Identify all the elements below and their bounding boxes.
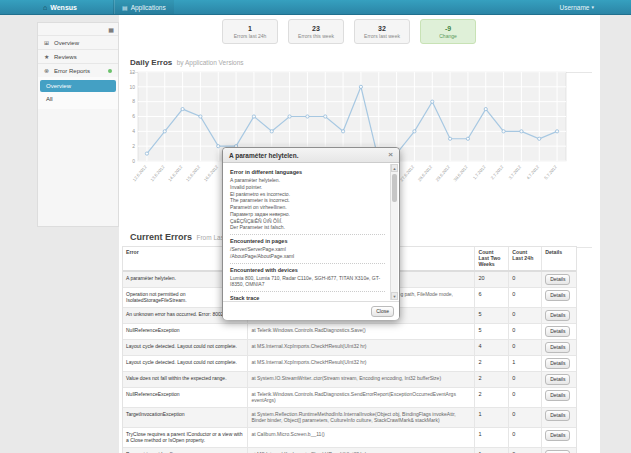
user-menu[interactable]: Username ▾	[554, 0, 601, 14]
close-button[interactable]: Close	[371, 306, 394, 317]
stack-frame-cell: at Telerik.Windows.Controls.RadDiagnosti…	[247, 388, 474, 407]
close-icon[interactable]: ×	[388, 151, 393, 159]
svg-text:0: 0	[132, 158, 135, 164]
brand[interactable]: ⌂ Wensus	[37, 0, 83, 14]
modal-text-line: Параметр задан неверно.	[230, 211, 385, 218]
sidebar: ▦ ⊞ Overview ★ Reviews ⊗ Error Reports O…	[37, 22, 119, 227]
username-label: Username	[560, 4, 590, 11]
sidebar-item-label: Reviews	[54, 54, 77, 60]
modal-text-line: ÇáÈÇÑÇãíÊÑ ÛíÑ ÕÍíÍ.	[230, 218, 385, 225]
count-24h-cell: 0	[508, 408, 541, 427]
modal-text-line: A paraméter helytelen.	[230, 177, 385, 184]
count-24h-cell: 0	[508, 324, 541, 339]
stat-box: 32 Errors last week	[354, 19, 410, 44]
error-detail-modal: A paraméter helytelen. × Error in differ…	[222, 147, 400, 320]
count-two-weeks-cell: 1	[474, 448, 508, 453]
scroll-up-icon[interactable]: ▲	[391, 164, 398, 172]
details-button[interactable]: Details	[545, 326, 570, 337]
modal-body: Error in different languages A paraméter…	[223, 163, 399, 301]
svg-text:2: 2	[132, 143, 135, 149]
sidebar-subitem-all[interactable]: All	[40, 93, 116, 105]
modal-header: A paraméter helytelen. ×	[223, 148, 399, 163]
count-two-weeks-cell: 20	[474, 272, 508, 287]
collapse-icon[interactable]: ▦	[108, 26, 114, 33]
scroll-down-icon[interactable]: ▼	[391, 292, 398, 300]
stats-row: 1 Errors last 24h 23 Errors this week 32…	[222, 19, 476, 44]
stack-frame-cell: at MS.Internal.XcpImports.CheckHResult(U…	[247, 340, 474, 355]
chart-subtitle: by Application Versions	[177, 59, 244, 66]
header-count-two-weeks: Count Last Two Weeks	[474, 247, 508, 270]
stat-label: Errors last week	[364, 33, 400, 39]
sidebar-subitem-overview[interactable]: Overview	[40, 80, 116, 92]
stack-frame-cell: at Caliburn.Micro.Screen.b__11()	[247, 428, 474, 447]
sidebar-item-reviews[interactable]: ★ Reviews	[38, 49, 118, 63]
svg-text:29.6.2012: 29.6.2012	[435, 164, 452, 182]
languages-list: A paraméter helytelen. Invalid pointer. …	[230, 177, 385, 231]
svg-text:12: 12	[129, 69, 135, 75]
count-24h-cell: 0	[508, 448, 541, 453]
stat-value: 1	[248, 25, 252, 32]
details-button[interactable]: Details	[545, 310, 570, 321]
count-24h-cell: 0	[508, 388, 541, 407]
sidebar-item-overview[interactable]: ⊞ Overview	[38, 35, 118, 49]
svg-text:10: 10	[129, 84, 135, 90]
stat-box: 1 Errors last 24h	[222, 19, 278, 44]
modal-text-line: Der Parameter ist falsch.	[230, 224, 385, 231]
count-24h-cell: 0	[508, 288, 541, 307]
details-button[interactable]: Details	[545, 274, 570, 285]
details-button[interactable]: Details	[545, 342, 570, 353]
details-button[interactable]: Details	[545, 410, 570, 421]
stack-frame-cell: at MS.Internal.XcpImports.CheckHResult(U…	[247, 356, 474, 371]
modal-text-line: /AboutPage/AboutPage.xaml	[230, 253, 385, 260]
header-details: Details	[541, 247, 576, 270]
sidebar-item-label: Overview	[54, 40, 79, 46]
svg-text:27.6.2012: 27.6.2012	[399, 164, 416, 182]
table-row: NullReferenceException at Telerik.Window…	[123, 388, 576, 408]
modal-text-line: Invalid pointer.	[230, 184, 385, 191]
count-two-weeks-cell: 1	[474, 408, 508, 427]
application-window: ⌂ Wensus ▤ Applications Username ▾ ▦ ⊞ O…	[0, 0, 631, 453]
divider	[230, 234, 385, 235]
details-button[interactable]: Details	[545, 430, 570, 441]
sidebar-item-error-reports[interactable]: ⊗ Error Reports	[38, 63, 118, 77]
count-two-weeks-cell: 5	[474, 324, 508, 339]
stat-box: 23 Errors this week	[288, 19, 344, 44]
devices-heading: Encountered with devices	[230, 267, 385, 273]
details-button[interactable]: Details	[545, 358, 570, 369]
count-two-weeks-cell: 4	[474, 340, 508, 355]
details-button[interactable]: Details	[545, 390, 570, 401]
sidebar-subitem-label: Overview	[46, 83, 71, 89]
divider	[230, 263, 385, 264]
header-count-24h: Count Last 24h	[508, 247, 541, 270]
modal-scrollbar[interactable]: ▲ ▼	[390, 164, 398, 300]
count-24h-cell: 0	[508, 372, 541, 387]
top-navbar: ⌂ Wensus ▤ Applications Username ▾	[0, 0, 631, 15]
table-row: Value does not fall within the expected …	[123, 372, 576, 388]
count-two-weeks-cell: 2	[474, 388, 508, 407]
count-24h-cell: 0	[508, 308, 541, 323]
home-icon: ⌂	[43, 4, 47, 11]
stat-value: -9	[445, 25, 451, 32]
sidebar-subitem-label: All	[46, 96, 53, 102]
section-title: Current Errors	[130, 232, 192, 242]
nav-item-applications[interactable]: ▤ Applications	[114, 0, 174, 14]
svg-text:16.6.2012: 16.6.2012	[203, 164, 220, 182]
table-row: Parametri on virheellinen. at MS.Interna…	[123, 448, 576, 453]
count-24h-cell: 1	[508, 356, 541, 371]
modal-text-line: Parametri on virheellinen.	[230, 204, 385, 211]
error-message-cell: TargetInvocationException	[123, 408, 247, 427]
error-icon: ⊗	[44, 67, 50, 74]
details-button[interactable]: Details	[545, 374, 570, 385]
stack-heading: Stack trace	[230, 295, 385, 301]
error-message-cell: Parametri on virheellinen.	[123, 448, 247, 453]
scrollbar-thumb[interactable]	[392, 174, 397, 202]
count-two-weeks-cell: 1	[474, 428, 508, 447]
svg-text:1.7.2012: 1.7.2012	[472, 164, 487, 180]
star-icon: ★	[44, 53, 50, 60]
details-button[interactable]: Details	[545, 290, 570, 301]
pages-heading: Encountered in pages	[230, 238, 385, 244]
nav-applications-label: Applications	[131, 4, 166, 11]
stat-label: Errors this week	[298, 33, 334, 39]
modal-footer: Close	[223, 301, 399, 320]
svg-text:2.7.2012: 2.7.2012	[490, 164, 505, 180]
